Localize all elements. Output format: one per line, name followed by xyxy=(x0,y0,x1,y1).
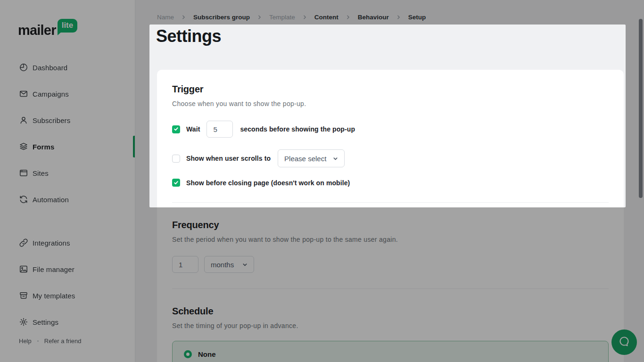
breadcrumb-step-name[interactable]: Name xyxy=(157,14,174,21)
sites-icon xyxy=(19,168,28,178)
frequency-controls: months xyxy=(172,256,609,273)
sidebar-item-forms[interactable]: Forms xyxy=(0,133,135,160)
chevron-right-icon xyxy=(302,15,307,20)
schedule-section: Schedule Set the timing of your pop-up i… xyxy=(172,306,609,362)
chevron-right-icon xyxy=(346,15,351,20)
sidebar-item-integrations[interactable]: Integrations xyxy=(0,230,135,256)
settings-icon xyxy=(19,317,28,327)
sidebar-item-dashboard[interactable]: Dashboard xyxy=(0,54,135,81)
scrollbar-thumb[interactable] xyxy=(639,19,643,198)
sidebar-item-label: Dashboard xyxy=(33,64,67,72)
main-content: NameSubscribers groupTemplateContentBeha… xyxy=(135,0,644,362)
sidebar-item-campaigns[interactable]: Campaigns xyxy=(0,81,135,107)
wait-suffix-label: seconds before showing the pop-up xyxy=(240,125,355,133)
trigger-section: Trigger Choose when you want to show the… xyxy=(172,84,609,187)
scroll-checkbox[interactable] xyxy=(172,155,180,163)
sidebar-nav: DashboardCampaignsSubscribersFormsSitesA… xyxy=(0,54,135,335)
sidebar-item-label: Automation xyxy=(33,196,69,204)
section-divider xyxy=(172,288,609,289)
wait-label[interactable]: Wait xyxy=(186,125,200,133)
logo-lite-badge: lite xyxy=(58,19,78,33)
forms-icon xyxy=(19,142,28,151)
sidebar-item-label: File manager xyxy=(33,265,74,273)
sidebar-footer: Help Refer a friend xyxy=(19,337,82,345)
scroll-trigger-row: Show when user scrolls to Please select xyxy=(172,149,609,167)
sidebar-item-my-templates[interactable]: My templates xyxy=(0,282,135,309)
frequency-unit-select[interactable]: months xyxy=(204,256,254,273)
schedule-option-label: None xyxy=(198,350,216,358)
check-icon xyxy=(173,179,179,187)
scroll-select-value: Please select xyxy=(284,155,326,163)
frequency-heading: Frequency xyxy=(172,220,609,230)
sidebar-item-sites[interactable]: Sites xyxy=(0,160,135,186)
frequency-unit-value: months xyxy=(211,261,234,269)
schedule-heading: Schedule xyxy=(172,306,609,317)
refer-a-friend-link[interactable]: Refer a friend xyxy=(44,337,82,345)
automation-icon xyxy=(19,195,28,204)
sidebar-item-label: Integrations xyxy=(33,239,70,247)
breadcrumb-step-content[interactable]: Content xyxy=(314,14,339,21)
sidebar-item-label: Campaigns xyxy=(33,90,69,98)
sidebar-item-label: My templates xyxy=(33,292,75,300)
exit-checkbox[interactable] xyxy=(172,179,180,187)
wait-seconds-input[interactable] xyxy=(206,121,233,138)
breadcrumb-step-subscribers-group[interactable]: Subscribers group xyxy=(193,14,250,21)
help-link[interactable]: Help xyxy=(19,337,32,345)
file-manager-icon xyxy=(19,264,28,274)
wait-trigger-row: Wait seconds before showing the pop-up xyxy=(172,121,609,138)
dashboard-icon xyxy=(19,63,28,72)
sidebar-item-file-manager[interactable]: File manager xyxy=(0,256,135,282)
campaigns-icon xyxy=(19,89,28,99)
sidebar: mailer lite DashboardCampaignsSubscriber… xyxy=(0,0,135,362)
chat-bubble-icon xyxy=(618,335,631,350)
page-title: Settings xyxy=(156,26,221,46)
sidebar-item-subscribers[interactable]: Subscribers xyxy=(0,107,135,133)
chevron-down-icon xyxy=(242,262,248,267)
sidebar-item-label: Sites xyxy=(33,169,49,177)
sidebar-item-label: Settings xyxy=(33,318,58,326)
scroll-target-select[interactable]: Please select xyxy=(278,149,345,167)
breadcrumb-step-behaviour[interactable]: Behaviour xyxy=(358,14,389,21)
frequency-section: Frequency Set the period when you want t… xyxy=(172,220,609,273)
integrations-icon xyxy=(19,238,28,247)
breadcrumb-step-setup[interactable]: Setup xyxy=(408,14,426,21)
mailerlite-logo[interactable]: mailer lite xyxy=(18,19,77,37)
subscribers-icon xyxy=(19,115,28,125)
trigger-description: Choose when you want to show the pop-up. xyxy=(172,100,609,107)
trigger-heading: Trigger xyxy=(172,84,609,95)
section-divider xyxy=(172,202,609,203)
chevron-right-icon xyxy=(396,15,401,20)
sidebar-item-automation[interactable]: Automation xyxy=(0,186,135,213)
my-templates-icon xyxy=(19,291,28,300)
schedule-description: Set the timing of your pop-up in advance… xyxy=(172,322,609,329)
schedule-option-none[interactable]: None xyxy=(172,341,609,362)
radio-selected-icon xyxy=(184,350,192,358)
settings-card: Trigger Choose when you want to show the… xyxy=(157,70,624,362)
frequency-description: Set the period when you want to show the… xyxy=(172,236,609,243)
frequency-value-input[interactable] xyxy=(172,256,198,273)
breadcrumb: NameSubscribers groupTemplateContentBeha… xyxy=(157,14,426,21)
chevron-down-icon xyxy=(333,156,338,161)
logo-wordmark: mailer xyxy=(18,19,56,37)
wait-checkbox[interactable] xyxy=(172,125,180,133)
exit-label[interactable]: Show before closing page (doesn't work o… xyxy=(186,179,350,187)
breadcrumb-step-template[interactable]: Template xyxy=(269,14,295,21)
check-icon xyxy=(173,125,179,133)
chevron-right-icon xyxy=(181,15,186,20)
sidebar-item-label: Subscribers xyxy=(33,116,70,124)
scroll-label[interactable]: Show when user scrolls to xyxy=(186,155,271,162)
sidebar-item-settings[interactable]: Settings xyxy=(0,309,135,335)
sidebar-item-label: Forms xyxy=(33,143,54,151)
dot-separator xyxy=(37,340,39,342)
chevron-right-icon xyxy=(257,15,262,20)
exit-trigger-row: Show before closing page (doesn't work o… xyxy=(172,179,609,187)
chat-button[interactable] xyxy=(611,329,637,355)
